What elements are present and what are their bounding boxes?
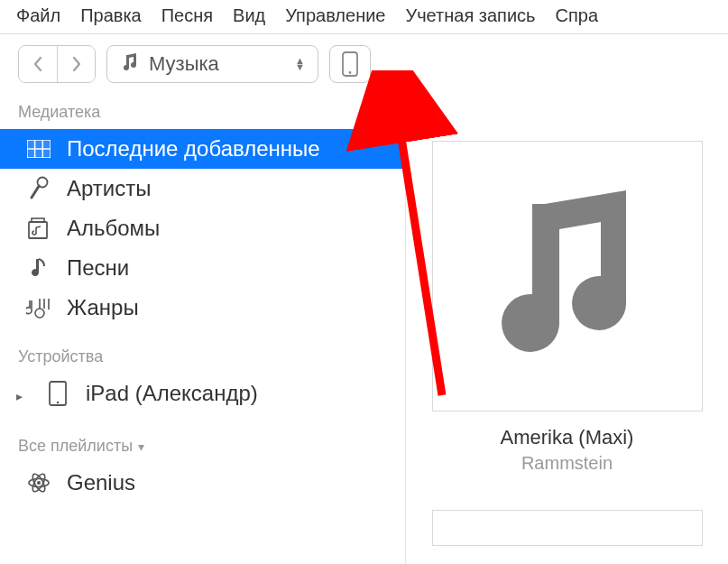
sidebar-item-songs[interactable]: Песни [0, 248, 405, 288]
forward-button[interactable] [57, 46, 95, 82]
section-library-header: Медиатека [0, 96, 405, 129]
sidebar-item-genius[interactable]: Genius [0, 463, 405, 503]
album-title: Amerika (Maxi) [501, 426, 634, 449]
album-icon [25, 217, 52, 240]
svg-point-10 [35, 309, 44, 318]
sidebar-item-artists[interactable]: Артисты [0, 169, 405, 208]
note-icon [25, 255, 52, 281]
sidebar-item-ipad[interactable]: iPad (Александр) [0, 374, 405, 413]
menu-account[interactable]: Учетная запись [405, 5, 535, 26]
menu-view[interactable]: Вид [233, 5, 265, 26]
sidebar-item-genres[interactable]: Жанры [0, 288, 405, 328]
device-button[interactable] [329, 45, 371, 83]
toolbar: Музыка ▲▼ [0, 34, 728, 96]
svg-rect-8 [29, 222, 47, 238]
music-note-icon [120, 51, 140, 77]
menu-edit[interactable]: Правка [80, 5, 142, 26]
main-area: Amerika (Maxi) Rammstein [406, 96, 728, 564]
library-dropdown[interactable]: Музыка ▲▼ [106, 45, 318, 83]
section-playlists-header[interactable]: Все плейлисты [0, 430, 405, 463]
svg-line-7 [32, 186, 39, 198]
sidebar-item-recent[interactable]: Последние добавленные [0, 129, 405, 169]
sidebar-item-label: Артисты [67, 176, 151, 201]
menu-file[interactable]: Файл [16, 5, 60, 26]
section-devices-header: Устройства [0, 340, 405, 374]
chevron-updown-icon: ▲▼ [295, 58, 305, 70]
svg-point-15 [57, 402, 59, 403]
nav-segment [18, 45, 96, 83]
svg-point-19 [37, 481, 41, 485]
cover-placeholder-icon [482, 186, 653, 366]
iphone-icon [341, 51, 359, 77]
menu-help[interactable]: Спра [556, 5, 599, 26]
svg-rect-9 [32, 218, 44, 222]
sidebar-item-label: iPad (Александр) [86, 381, 258, 406]
svg-point-1 [349, 71, 352, 74]
menubar: Файл Правка Песня Вид Управление Учетная… [0, 0, 728, 34]
dropdown-label: Музыка [149, 52, 286, 76]
album-cover-next[interactable] [432, 510, 703, 546]
album-cover[interactable] [432, 141, 703, 411]
menu-song[interactable]: Песня [161, 5, 213, 26]
sidebar-item-label: Альбомы [67, 216, 160, 241]
ipad-icon [44, 381, 71, 406]
sidebar-item-label: Последние добавленные [67, 136, 320, 162]
menu-controls[interactable]: Управление [285, 5, 385, 26]
microphone-icon [25, 176, 52, 201]
back-button[interactable] [19, 46, 57, 82]
genius-icon [25, 471, 52, 495]
sidebar-item-albums[interactable]: Альбомы [0, 208, 405, 248]
album-artist: Rammstein [521, 453, 613, 474]
sidebar-item-label: Genius [67, 470, 135, 495]
sidebar-item-label: Песни [67, 255, 129, 281]
sidebar: Медиатека Последние добавленные Артисты … [0, 96, 406, 564]
guitar-icon [25, 295, 52, 320]
disclosure-icon[interactable] [16, 381, 30, 406]
grid-icon [25, 140, 52, 158]
sidebar-item-label: Жанры [67, 295, 139, 320]
